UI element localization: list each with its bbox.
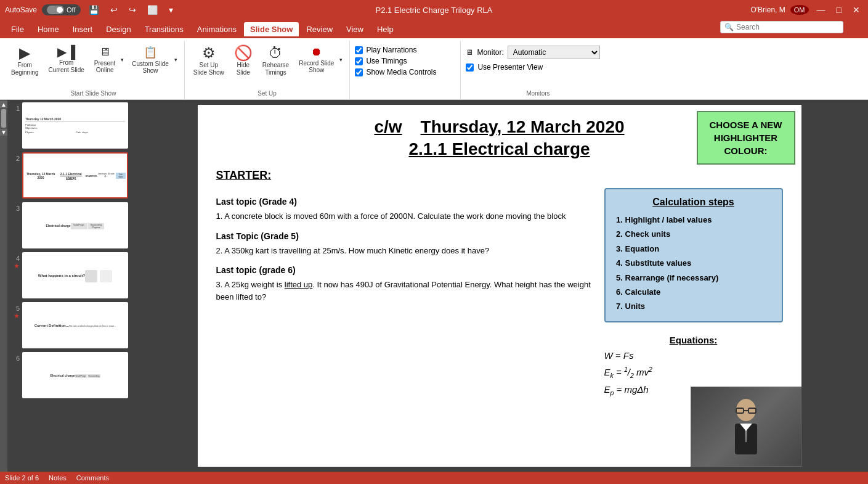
- save-button[interactable]: 💾: [86, 4, 102, 16]
- menu-item-review[interactable]: Review: [300, 22, 339, 36]
- slide-thumbnail-3[interactable]: Electrical charge Goal/Progr. Succeeding…: [22, 202, 128, 248]
- starter-label: STARTER:: [216, 169, 783, 182]
- present-online-arrow[interactable]: ▾: [119, 43, 126, 76]
- customize-button[interactable]: ⬜: [144, 4, 161, 16]
- slide-thumb-5[interactable]: 5★ Current Definition... The rate at whi…: [10, 302, 128, 348]
- slide-date: Thursday, 12 March 2020: [421, 117, 625, 136]
- calc-steps-box: Calculation steps Highlight / label valu…: [604, 188, 783, 322]
- menu-item-home[interactable]: Home: [31, 22, 65, 36]
- use-presenter-view-label: Use Presenter View: [477, 63, 543, 72]
- ribbon-group-checkboxes: Play Narrations Use Timings Show Media C…: [350, 41, 461, 99]
- slide-thumb-6[interactable]: 6 Electrical charge Goal/Progr. Succeedi…: [10, 352, 128, 398]
- monitors-group-label: Monitors: [461, 90, 615, 97]
- show-media-controls-checkbox[interactable]: [355, 68, 363, 76]
- undo-button[interactable]: ↩: [107, 4, 121, 16]
- from-current-slide-button[interactable]: ▶▐ FromCurrent Slide: [44, 43, 87, 76]
- present-online-label: PresentOnline: [94, 60, 115, 73]
- equation-1: W = Fs: [604, 350, 783, 361]
- use-timings-label: Use Timings: [366, 57, 407, 65]
- custom-slide-show-button[interactable]: 📋 Custom SlideShow: [128, 43, 172, 76]
- slide-thumbnail-6[interactable]: Electrical charge Goal/Progr. Succeeding: [22, 352, 128, 398]
- slide-3-preview: Electrical charge Goal/Progr. Succeeding…: [23, 203, 127, 247]
- slide-thumb-4[interactable]: 4★ What happens in a circuit?: [10, 252, 128, 298]
- slide-num-4: 4★: [10, 252, 20, 270]
- record-label: Record SlideShow: [299, 60, 334, 73]
- present-online-button[interactable]: 🖥 PresentOnline: [91, 43, 119, 76]
- menu-item-slideshow[interactable]: Slide Show: [244, 22, 299, 36]
- slide-thumbnail-4[interactable]: What happens in a circuit?: [22, 252, 128, 298]
- slide-5-preview: Current Definition... The rate at which …: [23, 303, 127, 347]
- use-timings-checkbox[interactable]: [355, 57, 363, 65]
- record-slide-show-arrow[interactable]: ▾: [338, 43, 344, 76]
- redo-button[interactable]: ↪: [126, 4, 139, 16]
- slide-count: Slide 2 of 6: [5, 474, 39, 482]
- toggle-state: Off: [67, 6, 75, 14]
- slide-thumb-2[interactable]: 2 Thursday, 12 March 2020 2.1.1 Electric…: [10, 152, 128, 199]
- hide-slide-icon: 🚫: [234, 46, 253, 60]
- slide-2-preview: Thursday, 12 March 2020 2.1.1 Electrical…: [23, 154, 127, 197]
- equation-2: Ek = 1/2 mv2: [604, 366, 783, 379]
- calc-steps-list: Highlight / label values Check units Equ…: [625, 213, 773, 314]
- rehearse-timings-button[interactable]: ⏱ RehearseTimings: [259, 43, 293, 79]
- slide-main: CHOOSE A NEW HIGHLIGHTER COLOUR: c/wThur…: [198, 105, 801, 467]
- autosave-label: AutoSave: [5, 6, 37, 14]
- slide-num-5: 5★: [10, 302, 20, 320]
- menu-item-transitions[interactable]: Transitions: [139, 22, 190, 36]
- set-up-slide-show-button[interactable]: ⚙ Set UpSlide Show: [190, 43, 228, 79]
- use-timings-item[interactable]: Use Timings: [355, 57, 436, 65]
- slide-right-column: Calculation steps Highlight / label valu…: [604, 188, 783, 406]
- titlebar-right: O'Brien, M OM — □ ✕: [750, 4, 863, 16]
- scroll-up-button[interactable]: ▲: [0, 101, 7, 108]
- menu-item-insert[interactable]: Insert: [67, 22, 99, 36]
- webcam-preview: [691, 387, 801, 466]
- comments-button[interactable]: Comments: [76, 474, 109, 482]
- menu-item-design[interactable]: Design: [100, 22, 137, 36]
- presenter-view-row: Use Presenter View: [466, 63, 599, 72]
- hide-slide-button[interactable]: 🚫 HideSlide: [230, 43, 256, 79]
- show-media-controls-label: Show Media Controls: [366, 68, 436, 76]
- webcam-box: [691, 387, 801, 467]
- slide-num-6: 6: [10, 352, 20, 362]
- topic3-text: 3. A 25kg weight is lifted up. It now ha…: [216, 279, 592, 303]
- scroll-down-button[interactable]: ▼: [0, 129, 7, 136]
- monitor-screen-icon: 🖥: [466, 48, 473, 57]
- record-slide-show-button[interactable]: ⏺ Record SlideShow: [295, 43, 338, 76]
- more-button[interactable]: ▾: [166, 4, 176, 16]
- play-narrations-checkbox[interactable]: [355, 46, 363, 54]
- from-current-icon: ▶▐: [57, 46, 75, 58]
- close-button[interactable]: ✕: [850, 4, 863, 16]
- slide-content-area: CHOOSE A NEW HIGHLIGHTER COLOUR: c/wThur…: [131, 100, 868, 472]
- menu-item-animations[interactable]: Animations: [191, 22, 243, 36]
- minimize-button[interactable]: —: [814, 4, 829, 16]
- monitor-row: 🖥 Monitor: Automatic Primary Monitor Sec…: [466, 46, 599, 59]
- monitor-label: Monitor:: [477, 48, 503, 57]
- custom-slide-show-arrow[interactable]: ▾: [172, 43, 179, 76]
- play-narrations-item[interactable]: Play Narrations: [355, 46, 436, 54]
- monitor-select[interactable]: Automatic Primary Monitor Secondary Moni…: [508, 46, 600, 59]
- slide-thumbnail-2[interactable]: Thursday, 12 March 2020 2.1.1 Electrical…: [22, 152, 128, 199]
- search-input[interactable]: [736, 23, 839, 31]
- start-slideshow-group-label: Start Slide Show: [2, 90, 184, 97]
- use-presenter-view-checkbox[interactable]: [466, 64, 474, 72]
- setup-icon: ⚙: [202, 46, 216, 60]
- notes-button[interactable]: Notes: [49, 474, 67, 482]
- from-beginning-button[interactable]: ▶ FromBeginning: [7, 43, 42, 79]
- from-beginning-label: FromBeginning: [11, 62, 38, 76]
- highlighter-text: CHOOSE A NEW HIGHLIGHTER COLOUR:: [709, 120, 782, 156]
- calc-step-4: Substitute values: [625, 256, 773, 270]
- slide-left-column: Last topic (Grade 4) 1. A concrete block…: [216, 188, 592, 406]
- scroll-thumb[interactable]: [1, 109, 6, 128]
- record-slide-show-split: ⏺ Record SlideShow ▾: [295, 43, 344, 76]
- monitor-section: 🖥 Monitor: Automatic Primary Monitor Sec…: [466, 41, 599, 72]
- show-media-controls-item[interactable]: Show Media Controls: [355, 68, 436, 76]
- toggle-icon: [47, 6, 64, 14]
- menu-item-file[interactable]: File: [5, 22, 30, 36]
- slide-thumbnail-5[interactable]: Current Definition... The rate at which …: [22, 302, 128, 348]
- menu-item-view[interactable]: View: [340, 22, 370, 36]
- from-current-label: FromCurrent Slide: [48, 59, 84, 74]
- maximize-button[interactable]: □: [834, 4, 845, 16]
- menu-item-help[interactable]: Help: [371, 22, 400, 36]
- slide-thumbnail-1[interactable]: Thursday 12 March 2020 Pathways Objectiv…: [22, 102, 128, 149]
- slide-thumb-3[interactable]: 3 Electrical charge Goal/Progr. Succeedi…: [10, 202, 128, 248]
- slide-thumb-1[interactable]: 1 Thursday 12 March 2020 Pathways Object…: [10, 102, 128, 149]
